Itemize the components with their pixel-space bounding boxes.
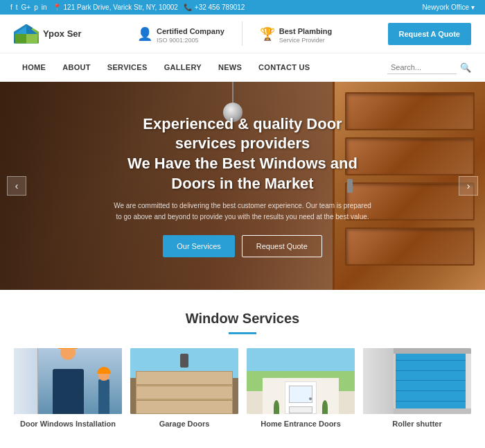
certified-company: 👤 Certified Company ISO 9001:2005 (137, 24, 224, 44)
certified-label: Certified Company (157, 27, 224, 35)
linkedin-icon[interactable]: in (42, 3, 47, 11)
service-card-3: Home Entrance Doors (247, 348, 355, 428)
certified-icon: 👤 (137, 26, 152, 42)
hero-subtitle: We are committed to delivering the best … (111, 200, 374, 223)
svg-marker-2 (15, 34, 26, 44)
phone: 📞 +32 456 789012 (184, 3, 245, 11)
plumbing-icon: 🏆 (260, 26, 275, 42)
nav-news[interactable]: NEWS (210, 53, 250, 81)
top-bar: f t G+ p in 📍 121 Park Drive, Varick Str… (0, 0, 485, 15)
pendant-wire (232, 82, 233, 103)
top-bar-left: f t G+ p in 📍 121 Park Drive, Varick Str… (10, 3, 245, 11)
service-img-roller (363, 348, 471, 414)
hero-prev-arrow[interactable]: ‹ (7, 176, 26, 196)
nav-about[interactable]: ABOUT (54, 53, 99, 81)
phone-text: +32 456 789012 (195, 3, 245, 11)
service-img-entrance (247, 348, 355, 414)
service-cards: Door Windows Installation Garage Doors (14, 348, 471, 428)
nav-home[interactable]: HOME (14, 53, 54, 81)
services-section: Window Services (0, 290, 485, 442)
facebook-icon[interactable]: f (10, 3, 12, 11)
request-quote-hero-button[interactable]: Request Quote (242, 235, 322, 257)
address-text: 121 Park Drive, Varick Str, NY, 10002 (64, 3, 178, 11)
service-card-2: Garage Doors (130, 348, 238, 428)
nav-services[interactable]: SERVICES (99, 53, 156, 81)
google-plus-icon[interactable]: G+ (21, 3, 31, 11)
logo-icon (14, 24, 39, 44)
hero-buttons: Our Services Request Quote (111, 235, 374, 257)
nav-links: HOME ABOUT SERVICES GALLERY NEWS CONTACT… (14, 53, 318, 81)
hero-title: Experienced & quality Door services prov… (111, 114, 374, 193)
service-label-2: Garage Doors (130, 420, 238, 428)
plumbing-label: Best Plambing (279, 27, 332, 35)
service-label-4: Roller shutter (363, 420, 471, 428)
service-img-worker (14, 348, 122, 414)
logo[interactable]: Ypox Ser (14, 24, 82, 44)
header: Ypox Ser 👤 Certified Company ISO 9001:20… (0, 15, 485, 53)
section-underline (229, 332, 256, 334)
logo-text-wrap: Ypox Ser (43, 28, 82, 39)
phone-icon: 📞 (184, 3, 192, 11)
hero-next-arrow[interactable]: › (459, 176, 478, 196)
chevron-down-icon: ▾ (471, 3, 475, 11)
location-icon: 📍 (53, 3, 61, 11)
svg-marker-3 (26, 34, 37, 44)
search-input[interactable] (387, 61, 457, 74)
plumbing-sub: Service Provider (279, 37, 332, 44)
header-center: 👤 Certified Company ISO 9001:2005 🏆 Best… (137, 21, 332, 46)
main-nav: HOME ABOUT SERVICES GALLERY NEWS CONTACT… (0, 53, 485, 82)
nav-search: 🔍 (387, 61, 471, 74)
service-label-3: Home Entrance Doors (247, 420, 355, 428)
nav-gallery[interactable]: GALLERY (156, 53, 210, 81)
twitter-icon[interactable]: t (16, 3, 18, 11)
address: 📍 121 Park Drive, Varick Str, NY, 10002 (53, 3, 178, 11)
office-label: Newyork Office (422, 3, 469, 11)
social-icons: f t G+ p in (10, 3, 47, 11)
service-img-garage (130, 348, 238, 414)
section-title-wrap: Window Services (14, 311, 471, 334)
best-plumbing: 🏆 Best Plambing Service Provider (260, 24, 332, 44)
logo-svg (14, 24, 39, 44)
header-divider (242, 21, 242, 46)
pinterest-icon[interactable]: p (34, 3, 38, 11)
logo-name: Ypox Ser (43, 28, 82, 39)
search-button[interactable]: 🔍 (460, 62, 471, 73)
nav-contact[interactable]: CONTACT US (250, 53, 318, 81)
certified-sub: ISO 9001:2005 (157, 37, 224, 44)
service-card-4: Roller shutter (363, 348, 471, 428)
our-services-button[interactable]: Our Services (163, 235, 235, 257)
service-card-1: Door Windows Installation (14, 348, 122, 428)
request-quote-button[interactable]: Request A Quote (388, 23, 471, 45)
svg-marker-1 (26, 26, 37, 34)
hero-content: Experienced & quality Door services prov… (69, 114, 416, 257)
top-bar-right: Newyork Office ▾ (422, 3, 475, 11)
hero-section: ‹ › Experienced & quality Door services … (0, 82, 485, 290)
service-label-1: Door Windows Installation (14, 420, 122, 428)
section-title: Window Services (14, 311, 471, 327)
office-selector[interactable]: Newyork Office ▾ (422, 3, 475, 11)
